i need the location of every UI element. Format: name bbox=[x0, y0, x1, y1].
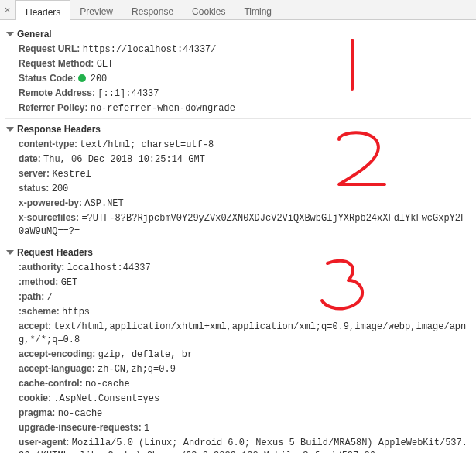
key: cookie: bbox=[19, 393, 51, 403]
triangle-down-icon bbox=[6, 250, 14, 255]
value: no-cache bbox=[58, 408, 103, 419]
value: ASP.NET bbox=[84, 198, 123, 209]
key: date: bbox=[19, 153, 41, 164]
key: x-powered-by: bbox=[19, 197, 82, 208]
value: no-cache bbox=[85, 379, 130, 390]
value: https bbox=[62, 307, 90, 317]
tab-headers[interactable]: Headers bbox=[15, 0, 70, 20]
value: text/html,application/xhtml+xml,applicat… bbox=[19, 321, 466, 345]
row-referrer-policy: Referrer Policy: no-referrer-when-downgr… bbox=[19, 101, 471, 115]
key: status: bbox=[19, 183, 49, 194]
tab-label: Cookies bbox=[192, 6, 225, 17]
section-general: General Request URL: https://localhost:4… bbox=[5, 26, 471, 115]
row-request-method: Request Method: GET bbox=[19, 57, 471, 71]
row-scheme: :scheme: https bbox=[19, 304, 471, 319]
key: cache-control: bbox=[19, 378, 83, 389]
row-upgrade-insecure-requests: upgrade-insecure-requests: 1 bbox=[19, 420, 471, 435]
value: gzip, deflate, br bbox=[98, 349, 193, 360]
row-request-url: Request URL: https://localhost:44337/ bbox=[19, 42, 471, 57]
row-x-sourcefiles: x-sourcefiles: =?UTF-8?B?RjpcbmV0Y29yZVx… bbox=[19, 211, 471, 239]
section-rows: Request URL: https://localhost:44337/ Re… bbox=[5, 42, 471, 115]
value: Thu, 06 Dec 2018 10:25:14 GMT bbox=[43, 154, 205, 165]
key: Status Code: bbox=[19, 73, 76, 84]
key: Request Method: bbox=[19, 58, 94, 69]
row-accept-encoding: accept-encoding: gzip, deflate, br bbox=[19, 347, 471, 362]
key: :scheme: bbox=[19, 306, 60, 317]
value: / bbox=[47, 292, 53, 303]
row-date: date: Thu, 06 Dec 2018 10:25:14 GMT bbox=[19, 152, 471, 166]
key: Remote Address: bbox=[19, 88, 95, 98]
row-server: server: Kestrel bbox=[19, 166, 471, 181]
row-status-code: Status Code: 200 bbox=[19, 71, 471, 86]
row-cookie: cookie: .AspNet.Consent=yes bbox=[19, 391, 471, 406]
value: no-referrer-when-downgrade bbox=[91, 103, 235, 114]
tab-response[interactable]: Response bbox=[122, 0, 183, 20]
row-method: :method: GET bbox=[19, 275, 471, 290]
value: text/html; charset=utf-8 bbox=[80, 139, 214, 150]
key: accept: bbox=[19, 321, 51, 331]
section-toggle-general[interactable]: General bbox=[5, 26, 471, 42]
value: =?UTF-8?B?RjpcbmV0Y29yZVx0ZXN0XDJcV2ViQX… bbox=[19, 213, 466, 237]
row-status: status: 200 bbox=[19, 181, 471, 196]
status-dot-icon bbox=[78, 74, 86, 82]
value: .AspNet.Consent=yes bbox=[53, 393, 159, 404]
value: https://localhost:44337/ bbox=[83, 44, 217, 55]
key: user-agent: bbox=[19, 437, 69, 448]
key: :path: bbox=[19, 291, 44, 302]
row-remote-address: Remote Address: [::1]:44337 bbox=[19, 86, 471, 101]
key: Request URL: bbox=[19, 43, 80, 54]
value: 200 bbox=[52, 184, 69, 194]
key: accept-encoding: bbox=[19, 348, 95, 359]
tab-label: Response bbox=[132, 6, 173, 17]
value: 1 bbox=[144, 423, 149, 434]
key: accept-language: bbox=[19, 363, 95, 374]
key: :authority: bbox=[19, 262, 64, 273]
tab-timing[interactable]: Timing bbox=[235, 0, 281, 20]
row-accept: accept: text/html,application/xhtml+xml,… bbox=[19, 319, 471, 347]
section-rows: content-type: text/html; charset=utf-8 d… bbox=[5, 137, 471, 239]
section-title: Response Headers bbox=[17, 124, 101, 135]
value: GET bbox=[61, 277, 78, 288]
tab-label: Preview bbox=[80, 6, 113, 17]
tab-bar: × Headers Preview Response Cookies Timin… bbox=[0, 0, 476, 20]
headers-panel: General Request URL: https://localhost:4… bbox=[0, 20, 476, 453]
triangle-down-icon bbox=[6, 32, 14, 36]
value: 200 bbox=[91, 74, 108, 84]
row-authority: :authority: localhost:44337 bbox=[19, 260, 471, 275]
tab-cookies[interactable]: Cookies bbox=[183, 0, 235, 20]
row-pragma: pragma: no-cache bbox=[19, 406, 471, 420]
key: :method: bbox=[19, 276, 58, 287]
section-response-headers: Response Headers content-type: text/html… bbox=[5, 118, 471, 239]
triangle-down-icon bbox=[6, 127, 14, 132]
key: upgrade-insecure-requests: bbox=[19, 422, 142, 433]
key: Referrer Policy: bbox=[19, 102, 87, 113]
section-title: General bbox=[17, 29, 52, 39]
value: GET bbox=[97, 59, 114, 70]
section-toggle-response[interactable]: Response Headers bbox=[5, 118, 471, 137]
tab-label: Headers bbox=[26, 7, 60, 18]
row-content-type: content-type: text/html; charset=utf-8 bbox=[19, 137, 471, 152]
value: zh-CN,zh;q=0.9 bbox=[98, 364, 176, 375]
value: Mozilla/5.0 (Linux; Android 6.0; Nexus 5… bbox=[19, 438, 467, 453]
section-request-headers: Request Headers :authority: localhost:44… bbox=[5, 242, 471, 453]
row-accept-language: accept-language: zh-CN,zh;q=0.9 bbox=[19, 362, 471, 376]
key: x-sourcefiles: bbox=[19, 212, 79, 223]
value: Kestrel bbox=[52, 169, 91, 180]
value: localhost:44337 bbox=[67, 263, 151, 273]
key: pragma: bbox=[19, 407, 55, 418]
tab-preview[interactable]: Preview bbox=[70, 0, 122, 20]
key: server: bbox=[19, 168, 50, 179]
row-x-powered-by: x-powered-by: ASP.NET bbox=[19, 196, 471, 211]
value: [::1]:44337 bbox=[98, 88, 159, 99]
section-toggle-request[interactable]: Request Headers bbox=[5, 242, 471, 260]
tab-label: Timing bbox=[244, 6, 272, 17]
row-cache-control: cache-control: no-cache bbox=[19, 376, 471, 391]
row-user-agent: user-agent: Mozilla/5.0 (Linux; Android … bbox=[19, 435, 471, 453]
row-path: :path: / bbox=[19, 290, 471, 304]
key: content-type: bbox=[19, 139, 77, 149]
section-title: Request Headers bbox=[17, 247, 93, 258]
close-icon[interactable]: × bbox=[0, 0, 15, 19]
section-rows: :authority: localhost:44337 :method: GET… bbox=[5, 260, 471, 453]
